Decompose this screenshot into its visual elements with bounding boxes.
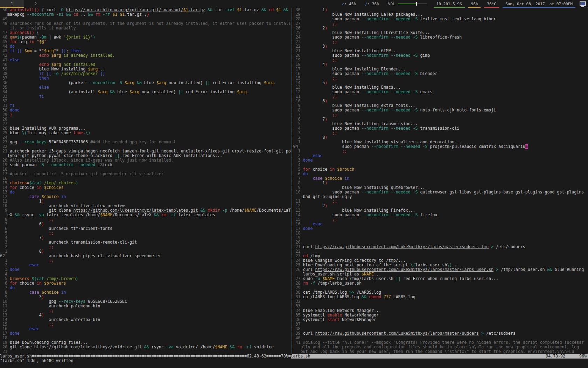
code-row: 20 sudo pacman --noconfirm --needed -S g… [293, 53, 588, 58]
code-segment: --recv-keys [59, 299, 86, 304]
line-number: 40 [0, 62, 10, 67]
code-segment: in [344, 176, 349, 181]
workspace-2-button[interactable]: 2 [24, 0, 48, 8]
code-row: 25 blue \(This may take some time.\) [0, 131, 291, 135]
line-number: 39 [293, 331, 303, 336]
code-segment: 4 [10, 313, 42, 318]
code-segment: sudo [303, 276, 315, 281]
code-segment: firefox [418, 212, 438, 217]
code-segment: ) [325, 135, 327, 140]
code-segment: " [37, 39, 39, 44]
code-segment [166, 212, 169, 217]
line-number: 19 [293, 57, 303, 62]
datetime-module: Sun, Oct 08, 2017 at 07:00PM [503, 0, 575, 8]
code-segment: in [37, 281, 42, 286]
code-segment: blue Now installing LaTeX packages... [303, 12, 423, 17]
code-segment: red Error installing [210, 80, 264, 85]
vim-editor: 50 aurinstall() { curl -O https://aur.ar… [0, 8, 588, 354]
code-segment: eX [7, 212, 15, 217]
vim-window-separator[interactable]: ||||||||||||||||||||||||||||||||||||||||… [291, 8, 293, 354]
code-segment: 8 [303, 135, 325, 140]
code-segment: && [137, 80, 142, 85]
code-row: 20 git clone https://github.com/lukesmit… [0, 345, 291, 349]
code-segment: /Documents/LaT [257, 208, 291, 213]
code-segment: sudo pacman [10, 162, 39, 167]
line-number [0, 212, 7, 217]
volume-slider[interactable] [398, 2, 427, 6]
code-segment: blue [115, 89, 130, 94]
code-row: 19 [293, 236, 588, 240]
code-segment: ) [93, 35, 95, 40]
code-segment: $arg [125, 80, 134, 85]
code-segment [51, 71, 54, 76]
line-number: 18 [0, 167, 10, 172]
line-number: 4 [0, 272, 10, 277]
line-number: 14 [0, 317, 10, 322]
line-number: 2 [0, 244, 10, 249]
code-row: 16 esac [0, 327, 291, 331]
code-segment: else [10, 57, 20, 62]
code-segment: ully and all the programs and configurat… [301, 345, 579, 349]
code-segment: 6 [10, 222, 42, 226]
line-number: 7 [293, 176, 303, 181]
code-segment: $arg [130, 89, 139, 94]
code-segment: $NAME [244, 208, 257, 213]
code-segment: -S [413, 53, 418, 58]
line-number: 35 [293, 313, 303, 318]
line-number: 21 [293, 48, 303, 53]
code-segment: } [147, 12, 149, 17]
line-number: 37 [0, 76, 10, 81]
temperature-underline [484, 7, 499, 8]
code-segment: --noconfirm [27, 12, 54, 17]
code-segment: ;; [332, 39, 337, 44]
code-segment: --noconfirm [362, 16, 388, 21]
code-segment: rm [237, 345, 242, 349]
code-segment: git clone [10, 345, 34, 349]
line-number: 11 [293, 94, 303, 99]
code-row: 15 ;; [293, 217, 588, 222]
code-segment: qm= [10, 35, 17, 40]
ip-address: 10.201.5.96 [436, 2, 462, 6]
code-segment: blue Now installing LibreOffice Suite... [303, 30, 430, 35]
code-row: 42 echo $arg is already installed. [0, 53, 291, 58]
code-segment: blender [418, 71, 438, 76]
code-row: 4 sudo pacman --noconfirm --needed -S tr… [293, 126, 588, 131]
code-segment: --noconfirm [362, 190, 388, 195]
code-segment [10, 53, 39, 58]
code-row: 23 gpg --recv-keys 5FAF0A6EE7371805 #Add… [0, 140, 291, 144]
code-segment [15, 48, 17, 53]
code-segment [115, 80, 117, 85]
vim-statuslines: larbs_user.sh===========================… [0, 354, 588, 359]
vim-left-pane[interactable]: 50 aurinstall() { curl -O https://aur.ar… [0, 8, 291, 354]
code-row: 2 esac [293, 154, 588, 158]
code-row: 3 done [0, 267, 291, 272]
statusline-cursor-position: 94,78-92 [546, 354, 565, 359]
line-number: 10 [293, 98, 303, 103]
code-segment: noto-fonts-cjk noto-fonts-emoji [418, 108, 496, 113]
code-segment: makepkg [7, 12, 27, 17]
line-number: 37 [293, 322, 303, 327]
line-number: 38 [293, 326, 303, 331]
workspace-1-button[interactable]: 1 [0, 0, 24, 8]
code-segment: https://github.com/lukesmithxyz/latex-te… [73, 208, 198, 213]
code-segment: larbs_user.sh script as [301, 272, 362, 277]
line-number: 6 [0, 281, 10, 286]
code-segment: else [39, 85, 49, 90]
statusbar-modules: ⌂: 45% /: 36% VOL 10.201.5.96 96% 36°C S… [339, 0, 588, 8]
code-segment: latex-templates /home/ [44, 212, 100, 217]
code-segment [44, 276, 47, 281]
code-row: 32 [0, 99, 291, 103]
code-segment: -S [413, 35, 418, 40]
code-segment: && [261, 8, 266, 12]
vim-right-pane[interactable]: 30 1) 29 blue Now installing LaTeX packa… [293, 8, 588, 354]
code-segment: $( [32, 276, 37, 281]
code-segment [411, 190, 413, 195]
monitor-icon-stand [581, 6, 584, 7]
code-segment: && [362, 294, 366, 299]
code-segment: blue Installing AUR programs... [10, 126, 85, 131]
statusline-scroll-percent: 96% [579, 354, 587, 359]
code-segment: for [10, 185, 17, 190]
code-segment: blue [10, 130, 22, 135]
monitor-icon[interactable] [580, 1, 586, 6]
code-segment: /etc/sudoers [493, 244, 525, 249]
